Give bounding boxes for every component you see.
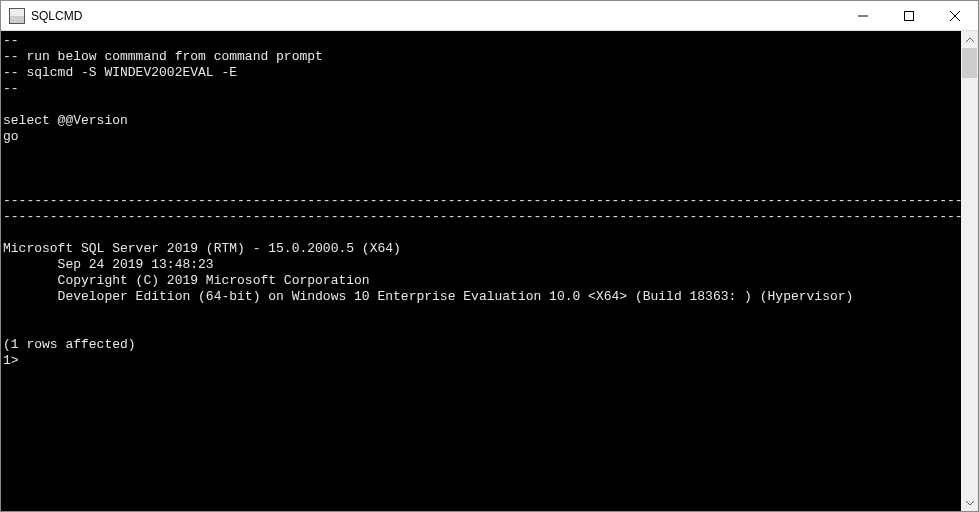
- minimize-button[interactable]: [840, 1, 886, 31]
- close-button[interactable]: [932, 1, 978, 31]
- scroll-down-button[interactable]: [961, 494, 978, 511]
- scroll-up-button[interactable]: [961, 31, 978, 48]
- console-output[interactable]: -- -- run below commmand from command pr…: [1, 31, 961, 511]
- vertical-scrollbar[interactable]: [961, 31, 978, 511]
- client-area: -- -- run below commmand from command pr…: [1, 31, 978, 511]
- window-title: SQLCMD: [31, 9, 82, 23]
- svg-rect-1: [905, 11, 914, 20]
- maximize-button[interactable]: [886, 1, 932, 31]
- app-icon: [9, 8, 25, 24]
- titlebar: SQLCMD: [1, 1, 978, 31]
- scroll-thumb[interactable]: [962, 48, 977, 78]
